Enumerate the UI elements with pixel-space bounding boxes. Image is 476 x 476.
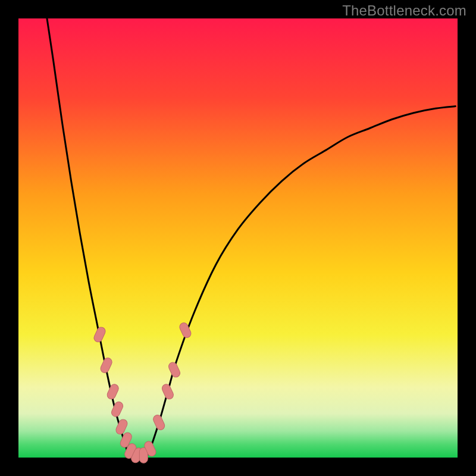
watermark-text: TheBottleneck.com [342,2,466,19]
chart-stage: TheBottleneck.com [0,0,476,476]
bottleneck-chart [0,0,476,476]
gradient-background [18,18,458,458]
